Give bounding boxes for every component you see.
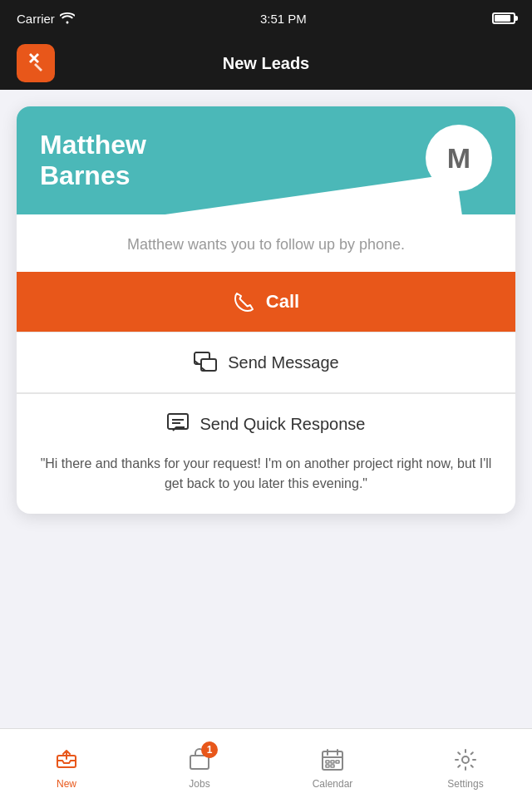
time-display: 3:51 PM: [260, 12, 307, 26]
carrier-text: Carrier: [17, 12, 55, 26]
tab-jobs[interactable]: 1 Jobs: [133, 738, 266, 790]
quick-response-label: Send Quick Response: [200, 415, 365, 434]
phone-icon: [233, 290, 256, 313]
quick-response-icon: [166, 412, 190, 436]
quick-response-section: "Hi there and thanks for your request! I…: [17, 454, 515, 514]
app-logo: [17, 44, 55, 82]
tab-calendar-label: Calendar: [313, 778, 353, 790]
contact-description: Matthew wants you to follow up by phone.: [40, 234, 492, 255]
tab-jobs-icon-container: 1: [185, 745, 214, 775]
wifi-icon: [60, 12, 75, 24]
settings-icon: [453, 747, 478, 772]
battery-icon: [492, 12, 515, 24]
page-title: New Leads: [223, 54, 309, 73]
svg-rect-14: [326, 765, 329, 767]
send-quick-response-row[interactable]: Send Quick Response: [17, 394, 515, 454]
tab-new-label: New: [57, 778, 76, 790]
contact-avatar: M: [426, 125, 492, 191]
svg-point-16: [462, 756, 469, 763]
send-message-label: Send Message: [228, 353, 338, 372]
main-content: Matthew Barnes M Matthew wants you to fo…: [0, 90, 532, 728]
inbox-icon: [54, 747, 79, 772]
tab-settings[interactable]: Settings: [399, 738, 532, 790]
contact-name: Matthew Barnes: [40, 130, 492, 191]
svg-rect-12: [331, 761, 334, 763]
svg-rect-15: [331, 765, 334, 767]
call-label: Call: [266, 291, 299, 313]
tab-new-icon-container: [52, 745, 81, 775]
svg-rect-13: [336, 761, 339, 763]
card-body: Matthew wants you to follow up by phone.: [17, 214, 515, 272]
message-icon: [193, 351, 218, 374]
tab-calendar[interactable]: Calendar: [266, 738, 399, 790]
jobs-badge: 1: [201, 741, 218, 758]
call-button[interactable]: Call: [17, 272, 515, 332]
send-message-row[interactable]: Send Message: [17, 332, 515, 393]
quick-response-text: "Hi there and thanks for your request! I…: [40, 454, 492, 494]
tab-new[interactable]: New: [0, 738, 133, 790]
tab-bar: New 1 Jobs Calendar: [0, 728, 532, 798]
status-bar: Carrier 3:51 PM: [0, 0, 532, 37]
carrier-info: Carrier: [17, 12, 75, 26]
nav-bar: New Leads: [0, 37, 532, 90]
tab-calendar-icon-container: [318, 745, 347, 775]
lead-card: Matthew Barnes M Matthew wants you to fo…: [17, 106, 515, 514]
tab-settings-icon-container: [451, 745, 480, 775]
logo-icon: [24, 52, 47, 75]
calendar-icon: [320, 747, 345, 772]
svg-rect-11: [326, 761, 329, 763]
tab-jobs-label: Jobs: [189, 778, 209, 790]
card-header: Matthew Barnes M: [17, 106, 515, 214]
tab-settings-label: Settings: [447, 778, 483, 790]
